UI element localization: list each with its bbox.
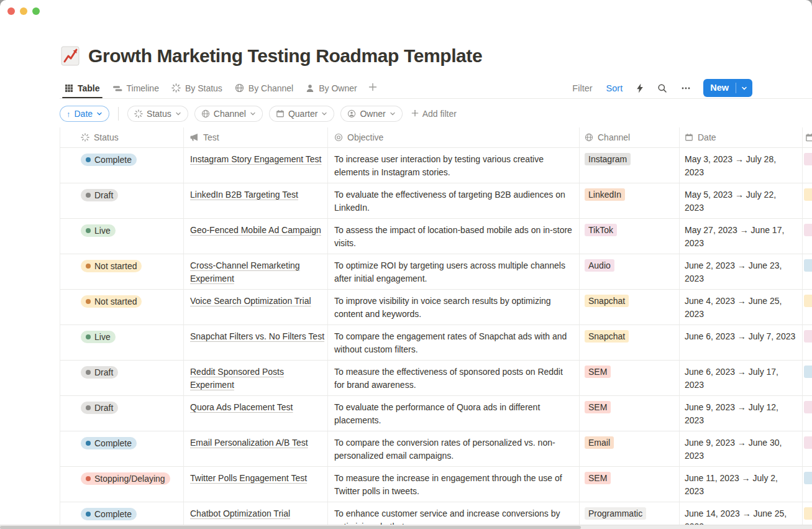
table-row[interactable]: LiveGeo-Fenced Mobile Ad CampaignTo asse… bbox=[60, 219, 812, 254]
test-cell[interactable]: Email Personalization A/B Test bbox=[184, 431, 328, 466]
automations-bolt-icon[interactable] bbox=[632, 81, 647, 96]
status-cell[interactable]: Not started bbox=[60, 254, 184, 289]
scrollbar-thumb[interactable] bbox=[0, 526, 581, 529]
table-row[interactable]: DraftReddit Sponsored Posts ExperimentTo… bbox=[60, 361, 812, 396]
test-page-link[interactable]: Twitter Polls Engagement Test bbox=[190, 473, 307, 483]
date-cell[interactable]: June 4, 2023 → June 25, 2023 bbox=[680, 290, 803, 324]
partial-cell[interactable] bbox=[803, 325, 812, 360]
column-header-test[interactable]: Test bbox=[184, 127, 328, 147]
add-filter-button[interactable]: Add filter bbox=[409, 109, 459, 119]
date-cell[interactable]: June 9, 2023 → June 30, 2023 bbox=[680, 431, 803, 466]
status-cell[interactable]: Draft bbox=[60, 361, 184, 395]
date-cell[interactable]: May 27, 2023 → June 17, 2023 bbox=[680, 219, 803, 254]
table-row[interactable]: CompleteInstagram Story Engagement TestT… bbox=[60, 148, 812, 183]
test-page-link[interactable]: Cross-Channel Remarketing Experiment bbox=[190, 260, 300, 283]
tab-by-owner[interactable]: By Owner bbox=[301, 78, 362, 98]
tab-table[interactable]: Table bbox=[60, 78, 105, 98]
tab-timeline[interactable]: Timeline bbox=[107, 78, 164, 98]
search-icon[interactable] bbox=[654, 81, 671, 96]
table-row[interactable]: DraftLinkedIn B2B Targeting TestTo evalu… bbox=[60, 183, 812, 219]
status-cell[interactable]: Live bbox=[60, 219, 184, 254]
more-options-icon[interactable] bbox=[677, 81, 695, 96]
test-page-link[interactable]: Email Personalization A/B Test bbox=[190, 438, 308, 448]
test-cell[interactable]: Cross-Channel Remarketing Experiment bbox=[184, 254, 328, 289]
test-cell[interactable]: Quora Ads Placement Test bbox=[184, 396, 328, 431]
objective-cell[interactable]: To compare the engagement rates of Snapc… bbox=[328, 325, 580, 360]
partial-cell[interactable] bbox=[803, 431, 812, 466]
chevron-down-icon[interactable] bbox=[736, 85, 752, 91]
chart-increasing-emoji-icon[interactable] bbox=[60, 45, 81, 67]
tab-by-channel[interactable]: By Channel bbox=[230, 78, 298, 98]
channel-cell[interactable]: Email bbox=[580, 431, 680, 466]
objective-cell[interactable]: To optimize ROI by targeting users acros… bbox=[328, 254, 580, 289]
column-header-objective[interactable]: Objective bbox=[328, 127, 580, 147]
test-page-link[interactable]: Geo-Fenced Mobile Ad Campaign bbox=[190, 225, 321, 235]
sort-chip-date[interactable]: ↑ Date bbox=[60, 106, 109, 122]
column-header-date[interactable]: Date bbox=[680, 127, 803, 147]
date-cell[interactable]: June 9, 2023 → July 12, 2023 bbox=[680, 396, 803, 431]
new-button[interactable]: New bbox=[703, 79, 752, 97]
objective-cell[interactable]: To improve visibility in voice search re… bbox=[328, 290, 580, 324]
table-row[interactable]: Stopping/DelayingTwitter Polls Engagemen… bbox=[60, 467, 812, 502]
minimize-window-button[interactable] bbox=[20, 7, 27, 15]
objective-cell[interactable]: To evaluate the effectiveness of targeti… bbox=[328, 183, 580, 218]
table-row[interactable]: LiveSnapchat Filters vs. No Filters Test… bbox=[60, 325, 812, 361]
test-page-link[interactable]: LinkedIn B2B Targeting Test bbox=[190, 190, 298, 200]
test-cell[interactable]: Instagram Story Engagement Test bbox=[184, 148, 328, 183]
test-cell[interactable]: Twitter Polls Engagement Test bbox=[184, 467, 328, 502]
horizontal-scrollbar[interactable] bbox=[0, 525, 812, 529]
status-cell[interactable]: Draft bbox=[60, 396, 184, 431]
objective-cell[interactable]: To measure the increase in engagement th… bbox=[328, 467, 580, 502]
zoom-window-button[interactable] bbox=[32, 7, 40, 15]
date-cell[interactable]: June 6, 2023 → July 7, 2023 bbox=[680, 325, 803, 360]
add-view-button[interactable] bbox=[365, 83, 381, 94]
column-header-partial[interactable] bbox=[803, 127, 812, 147]
objective-cell[interactable]: To compare the conversion rates of perso… bbox=[328, 431, 580, 466]
objective-cell[interactable]: To assess the impact of location-based m… bbox=[328, 219, 580, 254]
status-cell[interactable]: Complete bbox=[60, 148, 184, 183]
sort-button[interactable]: Sort bbox=[603, 81, 627, 96]
partial-cell[interactable] bbox=[803, 467, 812, 502]
partial-cell[interactable] bbox=[803, 219, 812, 254]
channel-cell[interactable]: SEM bbox=[580, 396, 680, 431]
date-cell[interactable]: June 6, 2023 → July 17, 2023 bbox=[680, 361, 803, 395]
channel-cell[interactable]: Snapchat bbox=[580, 325, 680, 360]
partial-cell[interactable] bbox=[803, 183, 812, 218]
objective-cell[interactable]: To increase user interaction by testing … bbox=[328, 148, 580, 183]
tab-by-status[interactable]: By Status bbox=[167, 78, 227, 98]
column-header-status[interactable]: Status bbox=[60, 127, 184, 147]
channel-cell[interactable]: SEM bbox=[580, 467, 680, 502]
date-cell[interactable]: June 11, 2023 → July 2, 2023 bbox=[680, 467, 803, 502]
filter-button[interactable]: Filter bbox=[568, 81, 596, 96]
channel-cell[interactable]: Snapchat bbox=[580, 290, 680, 324]
channel-cell[interactable]: LinkedIn bbox=[580, 183, 680, 218]
channel-cell[interactable]: Audio bbox=[580, 254, 680, 289]
date-cell[interactable]: May 3, 2023 → July 28, 2023 bbox=[680, 148, 803, 183]
partial-cell[interactable] bbox=[803, 254, 812, 289]
date-cell[interactable]: May 5, 2023 → July 22, 2023 bbox=[680, 183, 803, 218]
test-page-link[interactable]: Instagram Story Engagement Test bbox=[190, 154, 321, 164]
filter-chip-owner[interactable]: Owner bbox=[340, 106, 402, 122]
test-cell[interactable]: Reddit Sponsored Posts Experiment bbox=[184, 361, 328, 395]
test-page-link[interactable]: Chatbot Optimization Trial bbox=[190, 508, 290, 518]
test-page-link[interactable]: Voice Search Optimization Trial bbox=[190, 296, 311, 306]
test-page-link[interactable]: Reddit Sponsored Posts Experiment bbox=[190, 367, 284, 390]
partial-cell[interactable] bbox=[803, 290, 812, 324]
close-window-button[interactable] bbox=[7, 7, 15, 15]
filter-chip-quarter[interactable]: Quarter bbox=[269, 106, 334, 122]
table-row[interactable]: CompleteEmail Personalization A/B TestTo… bbox=[60, 431, 812, 467]
status-cell[interactable]: Not started bbox=[60, 290, 184, 324]
status-cell[interactable]: Complete bbox=[60, 431, 184, 466]
test-cell[interactable]: LinkedIn B2B Targeting Test bbox=[184, 183, 328, 218]
test-cell[interactable]: Voice Search Optimization Trial bbox=[184, 290, 328, 324]
partial-cell[interactable] bbox=[803, 396, 812, 431]
channel-cell[interactable]: SEM bbox=[580, 361, 680, 395]
status-cell[interactable]: Draft bbox=[60, 183, 184, 218]
date-cell[interactable]: June 2, 2023 → June 23, 2023 bbox=[680, 254, 803, 289]
partial-cell[interactable] bbox=[803, 148, 812, 183]
channel-cell[interactable]: TikTok bbox=[580, 219, 680, 254]
column-header-channel[interactable]: Channel bbox=[580, 127, 680, 147]
test-cell[interactable]: Geo-Fenced Mobile Ad Campaign bbox=[184, 219, 328, 254]
status-cell[interactable]: Stopping/Delaying bbox=[60, 467, 184, 502]
table-row[interactable]: Not startedCross-Channel Remarketing Exp… bbox=[60, 254, 812, 290]
